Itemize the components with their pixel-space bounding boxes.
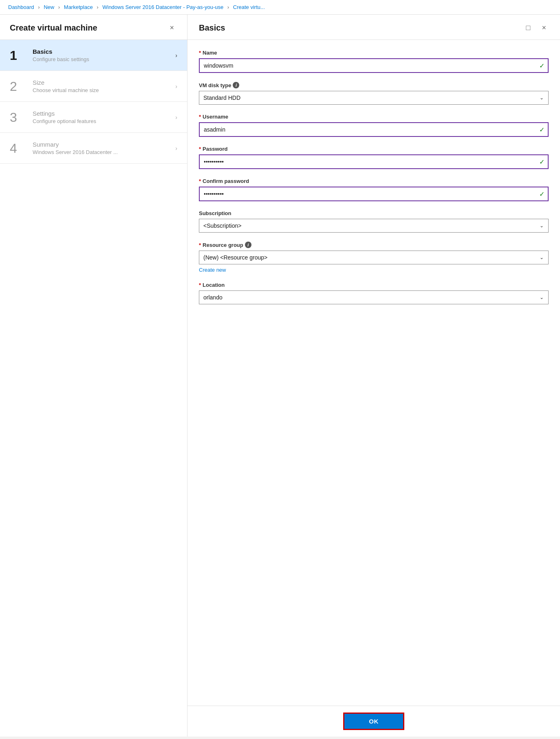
location-label: * Location xyxy=(199,282,549,288)
right-panel-title: Basics xyxy=(199,23,225,33)
confirm-password-required-star: * xyxy=(199,178,201,184)
resource-group-field-group: * Resource group i (New) <Resource group… xyxy=(199,242,549,273)
left-panel-header: Create virtual machine × xyxy=(0,15,187,40)
vm-disk-type-select[interactable]: Standard HDD Premium SSD Standard SSD xyxy=(199,91,549,105)
breadcrumb-sep-2: › xyxy=(58,4,60,10)
right-panel-actions: □ × xyxy=(524,22,549,34)
resource-group-label: * Resource group i xyxy=(199,242,549,248)
password-input[interactable] xyxy=(199,154,549,169)
location-select-wrapper: orlando ⌄ xyxy=(199,290,549,304)
name-label: * Name xyxy=(199,50,549,56)
confirm-password-check-icon: ✓ xyxy=(539,190,545,198)
resource-group-required-star: * xyxy=(199,242,201,248)
step-2-item[interactable]: 2 Size Choose virtual machine size › xyxy=(0,71,187,102)
breadcrumb-dashboard[interactable]: Dashboard xyxy=(8,4,34,10)
subscription-select[interactable]: <Subscription> xyxy=(199,219,549,233)
step-4-number: 4 xyxy=(10,142,29,155)
step-3-title: Settings xyxy=(33,110,175,117)
breadcrumb-sep-1: › xyxy=(38,4,40,10)
password-field-group: * Password ✓ xyxy=(199,146,549,169)
step-2-number: 2 xyxy=(10,80,29,93)
step-4-subtitle: Windows Server 2016 Datacenter ... xyxy=(33,149,175,155)
password-required-star: * xyxy=(199,146,201,152)
username-label: * Username xyxy=(199,114,549,120)
step-1-item[interactable]: 1 Basics Configure basic settings › xyxy=(0,40,187,71)
step-4-content: Summary Windows Server 2016 Datacenter .… xyxy=(33,141,175,155)
vm-disk-type-info-icon[interactable]: i xyxy=(233,82,239,88)
password-label: * Password xyxy=(199,146,549,152)
breadcrumb-sep-4: › xyxy=(227,4,229,10)
location-field-group: * Location orlando ⌄ xyxy=(199,282,549,304)
confirm-password-field-group: * Confirm password ✓ xyxy=(199,178,549,201)
breadcrumb-marketplace[interactable]: Marketplace xyxy=(64,4,93,10)
vm-disk-type-select-wrapper: Standard HDD Premium SSD Standard SSD ⌄ xyxy=(199,91,549,105)
step-2-arrow-icon: › xyxy=(175,83,177,90)
username-field-group: * Username ✓ xyxy=(199,114,549,137)
right-panel-close-button[interactable]: × xyxy=(539,22,549,34)
step-1-content: Basics Configure basic settings xyxy=(33,48,175,62)
username-check-icon: ✓ xyxy=(539,126,545,134)
name-check-icon: ✓ xyxy=(539,62,545,70)
step-3-item[interactable]: 3 Settings Configure optional features › xyxy=(0,102,187,133)
create-new-resource-group-link[interactable]: Create new xyxy=(199,267,226,273)
username-input-wrapper: ✓ xyxy=(199,122,549,137)
breadcrumb-new[interactable]: New xyxy=(44,4,54,10)
step-3-arrow-icon: › xyxy=(175,114,177,121)
breadcrumb-product[interactable]: Windows Server 2016 Datacenter - Pay-as-… xyxy=(102,4,223,10)
confirm-password-label: * Confirm password xyxy=(199,178,549,184)
password-check-icon: ✓ xyxy=(539,158,545,166)
maximize-button[interactable]: □ xyxy=(524,22,533,34)
step-2-title: Size xyxy=(33,79,175,86)
step-4-title: Summary xyxy=(33,141,175,148)
breadcrumb-sep-3: › xyxy=(97,4,98,10)
name-required-star: * xyxy=(199,50,201,56)
step-1-arrow-icon: › xyxy=(175,52,177,59)
step-3-subtitle: Configure optional features xyxy=(33,118,175,124)
step-4-arrow-icon: › xyxy=(175,145,177,152)
left-panel-title: Create virtual machine xyxy=(10,23,97,33)
step-1-subtitle: Configure basic settings xyxy=(33,56,175,62)
location-required-star: * xyxy=(199,282,201,288)
step-1-title: Basics xyxy=(33,48,175,55)
right-panel-header: Basics □ × xyxy=(187,15,560,40)
location-select[interactable]: orlando xyxy=(199,290,549,304)
subscription-field-group: Subscription <Subscription> ⌄ xyxy=(199,210,549,233)
ok-button[interactable]: OK xyxy=(343,713,404,730)
breadcrumb-current[interactable]: Create virtu... xyxy=(233,4,265,10)
left-panel-close-button[interactable]: × xyxy=(166,22,177,34)
confirm-password-input[interactable] xyxy=(199,187,549,201)
right-panel-footer: OK xyxy=(187,706,560,737)
right-panel: Basics □ × * Name ✓ VM dis xyxy=(187,15,560,737)
vm-disk-type-label: VM disk type i xyxy=(199,82,549,88)
steps-list: 1 Basics Configure basic settings › 2 Si… xyxy=(0,40,187,737)
vm-disk-type-group: VM disk type i Standard HDD Premium SSD … xyxy=(199,82,549,105)
left-panel: Create virtual machine × 1 Basics Config… xyxy=(0,15,187,737)
step-2-subtitle: Choose virtual machine size xyxy=(33,87,175,93)
breadcrumb: Dashboard › New › Marketplace › Windows … xyxy=(0,0,560,15)
right-panel-body: * Name ✓ VM disk type i Standard HDD P xyxy=(187,40,560,706)
subscription-select-wrapper: <Subscription> ⌄ xyxy=(199,219,549,233)
name-field-group: * Name ✓ xyxy=(199,50,549,73)
step-3-content: Settings Configure optional features xyxy=(33,110,175,124)
resource-group-select[interactable]: (New) <Resource group> xyxy=(199,251,549,264)
step-4-item[interactable]: 4 Summary Windows Server 2016 Datacenter… xyxy=(0,133,187,164)
confirm-password-input-wrapper: ✓ xyxy=(199,187,549,201)
name-input[interactable] xyxy=(199,58,549,73)
name-input-wrapper: ✓ xyxy=(199,58,549,73)
resource-group-select-wrapper: (New) <Resource group> ⌄ xyxy=(199,251,549,264)
step-1-number: 1 xyxy=(10,49,29,62)
step-3-number: 3 xyxy=(10,111,29,124)
username-required-star: * xyxy=(199,114,201,120)
subscription-label: Subscription xyxy=(199,210,549,216)
password-input-wrapper: ✓ xyxy=(199,154,549,169)
resource-group-info-icon[interactable]: i xyxy=(245,242,251,248)
username-input[interactable] xyxy=(199,122,549,137)
step-2-content: Size Choose virtual machine size xyxy=(33,79,175,93)
main-container: Create virtual machine × 1 Basics Config… xyxy=(0,15,560,737)
